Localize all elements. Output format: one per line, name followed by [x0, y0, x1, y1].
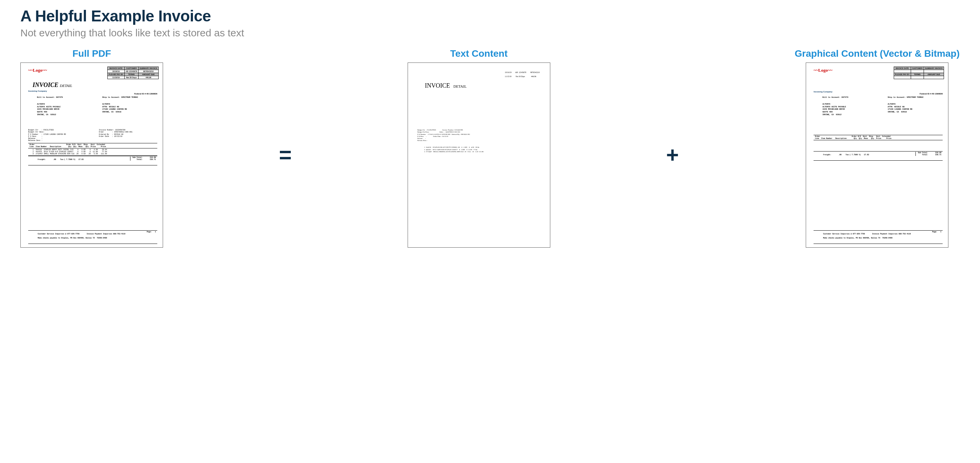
- footer-line2-g: Make checks payable to Staples, PO Box 6…: [823, 237, 892, 239]
- plus-operator: +: [663, 142, 681, 167]
- totals-left-g: Freight: .00 Tax:( 7.7500 %) 17.03: [823, 154, 869, 156]
- hdr-customer: CUSTOMER: [124, 67, 138, 70]
- graphical-content-label: Graphical Content (Vector & Bitmap): [795, 48, 959, 59]
- blank-cell: [894, 76, 911, 79]
- graphical-content-page: ~~Logo~~ INVOICE DATECUSTOMERSUMMARY INV…: [806, 62, 948, 248]
- bill-address: ALTERYX ALTERYX ACCTS PAYABLE 3345 MICHE…: [37, 103, 60, 116]
- federal-id-g: Federal ID #:40-1390836: [920, 93, 943, 95]
- page-subtitle: Not everything that looks like text is s…: [21, 27, 959, 39]
- equals-operator: =: [276, 142, 294, 167]
- val-customer: AB 12345678: [124, 70, 138, 73]
- hdr-invoice-date-g: INVOICE DATE: [894, 67, 911, 70]
- text-content-page: 10/16/19 AB 12345678 9876543210 11/15/19…: [407, 62, 550, 248]
- full-pdf-page: ~~Logo~~ INVOICE DATECUSTOMERSUMMARY INV…: [21, 62, 163, 248]
- line-items: 1 504218 STAPLES HEAVY DUTY CHISEL 3/8 6…: [28, 149, 157, 156]
- company-name-g: Invoicing Company: [813, 91, 832, 93]
- hdr-terms: TERMS: [124, 73, 138, 76]
- footer-line2: Make checks payable to Staples, PO Box 6…: [38, 237, 107, 239]
- footer-line1: Customer Service Inquiries @ 877-826-775…: [38, 233, 125, 235]
- ship-to-label: Ship to Account: SPECTRUM TERRAC: [102, 96, 138, 99]
- invoice-title: INVOICEDETAIL: [33, 81, 72, 89]
- text-header-values: 10/16/19 AB 12345678 9876543210 11/15/19…: [505, 72, 540, 78]
- totals-right: Sub-Total: 219.68 Total: 236.71: [130, 157, 156, 161]
- hdr-amount: AMOUNT DUE: [138, 73, 158, 76]
- invoice-header-table: INVOICE DATECUSTOMERSUMMARY INVOICE 10/1…: [107, 67, 159, 79]
- text-meta: Budget Ctr : FACILITIES Invoice Number: …: [417, 129, 470, 142]
- totals-row: Freight: .00 Tax:( 7.7500 %) 17.03 Sub-T…: [28, 156, 157, 165]
- page-title: A Helpful Example Invoice: [21, 7, 959, 25]
- page-number-g: Page: 1: [932, 231, 941, 233]
- invoice-header-table-g: INVOICE DATECUSTOMERSUMMARY INVOICE PLEA…: [894, 67, 944, 79]
- hdr-summary-g: SUMMARY INVOICE: [924, 67, 944, 70]
- full-pdf-column: Full PDF ~~Logo~~ INVOICE DATECUSTOMERSU…: [21, 48, 163, 248]
- logo-text-g: ~~Logo~~: [813, 68, 832, 73]
- text-content-column: Text Content 10/16/19 AB 12345678 987654…: [407, 48, 550, 248]
- hdr-amount-g: AMOUNT DUE: [924, 73, 944, 76]
- comparison-row: Full PDF ~~Logo~~ INVOICE DATECUSTOMERSU…: [21, 48, 959, 248]
- val-amount: 446.96: [138, 76, 158, 79]
- blank-cell: [924, 76, 944, 79]
- full-pdf-label: Full PDF: [72, 48, 111, 59]
- hdr-terms-g: TERMS: [911, 73, 924, 76]
- blank-cell: [911, 76, 924, 79]
- bill-to-label: Bill to Account: 087479: [37, 96, 63, 99]
- val-terms: Net 30 Days: [124, 76, 138, 79]
- page-footer: Customer Service Inquiries @ 877-826-775…: [28, 230, 157, 244]
- line-header-g: Order Order B/O Unit Ship Unit Extended …: [813, 135, 943, 140]
- footer-line1-g: Customer Service Inquiries @ 877-826-775…: [823, 233, 911, 235]
- hdr-payby-g: PLEASE PAY BY: [894, 73, 911, 76]
- ship-address: ALTERYX ATTN: NICOLE HU 17100 LAGUNA CAN…: [102, 103, 127, 113]
- blank-cell: [911, 70, 924, 73]
- blank-cell: [894, 70, 911, 73]
- line-header: Order Order B/O Unit Ship Unit Extended …: [28, 143, 157, 148]
- ship-to-label-g: Ship to Account: SPECTRUM TERRAC: [888, 96, 924, 99]
- val-invoice-date: 10/16/19: [107, 70, 124, 73]
- bill-address-g: ALTERYX ALTERYX ACCTS PAYABLE 3345 MICHE…: [822, 103, 846, 116]
- hdr-payby: PLEASE PAY BY: [107, 73, 124, 76]
- blank-cell: [924, 70, 944, 73]
- text-lines: 1 504218 STAPLES HEAVY DUTY CHISEL 3/8 6…: [424, 146, 484, 153]
- text-content-label: Text Content: [450, 48, 508, 59]
- meta-right: Invoice Number: 1023456789 Order : 34567…: [99, 129, 132, 138]
- page-footer-g: Customer Service Inquiries @ 877-826-775…: [813, 230, 943, 244]
- graphical-content-column: Graphical Content (Vector & Bitmap) ~~Lo…: [795, 48, 959, 248]
- bill-to-label-g: Bill to Account: 087479: [822, 96, 848, 99]
- text-invoice-title: INVOICEDETAIL: [425, 82, 467, 89]
- totals-left: Freight: .00 Tax:( 7.7500 %) 17.03: [38, 159, 84, 161]
- hdr-summary: SUMMARY INVOICE: [138, 67, 158, 70]
- meta-left: Budget Ctr : FACILITIES Budget Ctr Desc:…: [28, 129, 66, 142]
- logo-text: ~~Logo~~: [28, 68, 47, 73]
- page-number: Page: 1: [147, 231, 156, 233]
- totals-right-g: Sub-Total: 219.68 Total: 236.71: [915, 152, 941, 156]
- val-payby: 11/15/19: [107, 76, 124, 79]
- company-name: Invoicing Company: [28, 90, 47, 92]
- val-summary: 9876543210: [138, 70, 158, 73]
- hdr-invoice-date: INVOICE DATE: [107, 67, 124, 70]
- hdr-customer-g: CUSTOMER: [911, 67, 924, 70]
- ship-address-g: ALTERYX ATTN: NICOLE HU 17100 LAGUNA CAN…: [888, 103, 912, 113]
- federal-id: Federal ID #:40-1390836: [134, 93, 157, 95]
- totals-row-g: Freight: .00 Tax:( 7.7500 %) 17.03 Sub-T…: [813, 151, 943, 161]
